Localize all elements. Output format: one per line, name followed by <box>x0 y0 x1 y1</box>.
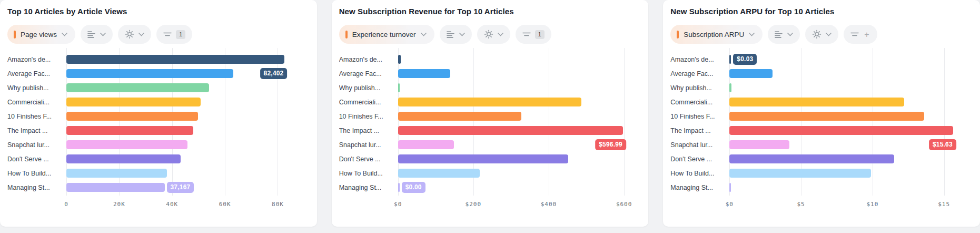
category-axis: Amazon's de...Average Fac...Why publish.… <box>339 52 398 195</box>
axis-tick-label: $15 <box>938 201 950 208</box>
value-callout: 82,402 <box>260 68 288 79</box>
category-label: Amazon's de... <box>339 52 398 66</box>
gear-icon <box>812 30 821 39</box>
legend-lines-icon <box>87 31 96 38</box>
category-label: Commerciali... <box>670 95 729 109</box>
bar[interactable] <box>66 169 167 178</box>
filter-button[interactable]: 1 <box>516 25 551 44</box>
metric-selector-label: Page views <box>21 31 57 38</box>
bar[interactable] <box>398 112 522 121</box>
chart-card-subscription-arpu: New Subscription ARPU for Top 10 Article… <box>663 0 980 227</box>
category-label: Managing St... <box>339 180 398 195</box>
axis-tick-label: 20K <box>113 201 125 208</box>
settings-button[interactable] <box>805 25 838 44</box>
metric-selector[interactable]: Experience turnover <box>339 25 434 44</box>
bar[interactable] <box>66 98 201 106</box>
category-label: 10 Finishes F... <box>670 109 729 123</box>
bar[interactable] <box>66 112 198 121</box>
axis-spacer <box>7 195 66 212</box>
gridline <box>944 48 945 196</box>
category-label: Commerciali... <box>339 95 398 109</box>
bar[interactable] <box>729 55 731 64</box>
bar[interactable] <box>729 112 924 121</box>
value-axis: 020K40K60K80K <box>7 195 310 212</box>
bar[interactable] <box>66 140 187 149</box>
filter-button[interactable]: + <box>844 25 877 44</box>
bar[interactable] <box>398 69 450 78</box>
category-label: Don't Serve ... <box>7 152 66 166</box>
category-label: Don't Serve ... <box>670 152 729 166</box>
bar[interactable] <box>729 69 772 78</box>
gear-icon <box>484 30 493 39</box>
chevron-down-icon <box>749 33 755 36</box>
bar[interactable] <box>66 83 209 92</box>
settings-button[interactable] <box>477 25 510 44</box>
bar[interactable] <box>729 98 904 106</box>
bar[interactable] <box>398 126 623 135</box>
chevron-down-icon <box>100 33 106 36</box>
display-options-button[interactable] <box>768 25 800 44</box>
axis-ticks: $0$5$10$15 <box>729 195 973 212</box>
bar[interactable] <box>729 183 731 192</box>
axis-tick-label: $0 <box>726 201 734 208</box>
category-label: Average Fac... <box>670 66 729 81</box>
filter-icon <box>522 31 531 37</box>
gridline <box>873 48 873 196</box>
bar-chart: Amazon's de...Average Fac...Why publish.… <box>670 52 973 212</box>
bar[interactable] <box>66 55 284 64</box>
bar[interactable] <box>66 69 233 78</box>
bar[interactable] <box>398 55 401 64</box>
axis-tick-label: $10 <box>866 201 878 208</box>
bar[interactable] <box>729 140 789 149</box>
chart-title: New Subscription ARPU for Top 10 Article… <box>670 6 973 17</box>
settings-button[interactable] <box>118 25 151 44</box>
bar[interactable] <box>398 140 454 149</box>
category-label: Average Fac... <box>339 66 398 81</box>
display-options-button[interactable] <box>81 25 113 44</box>
gridline <box>624 48 625 196</box>
metric-selector-label: Subscription ARPU <box>684 31 744 38</box>
bar[interactable] <box>398 169 480 178</box>
category-label: 10 Finishes F... <box>339 109 398 123</box>
value-axis: $0$200$400$600 <box>339 195 641 212</box>
axis-tick-label: $400 <box>541 201 557 208</box>
bar-chart: Amazon's de...Average Fac...Why publish.… <box>339 52 641 212</box>
category-label: Why publish... <box>670 81 729 95</box>
filter-button[interactable]: 1 <box>156 25 192 44</box>
chart-toolbar: Experience turnover 1 <box>339 25 641 44</box>
chevron-down-icon <box>459 33 465 36</box>
chart-card-article-views: Top 10 Articles by Article Views Page vi… <box>0 0 317 227</box>
bar[interactable] <box>66 183 165 192</box>
filter-count-badge: 1 <box>176 30 185 39</box>
filter-icon <box>163 31 172 37</box>
category-label: How To Build... <box>7 166 66 180</box>
value-axis: $0$5$10$15 <box>670 195 973 212</box>
bar[interactable] <box>729 126 953 135</box>
chevron-down-icon <box>421 33 427 36</box>
bar[interactable] <box>398 98 582 106</box>
axis-spacer <box>339 195 398 212</box>
bar[interactable] <box>729 169 871 178</box>
display-options-button[interactable] <box>440 25 472 44</box>
bar[interactable] <box>66 126 193 135</box>
category-label: Amazon's de... <box>670 52 729 66</box>
category-label: Average Fac... <box>7 66 66 81</box>
bar[interactable] <box>729 154 894 163</box>
filter-icon <box>850 31 859 37</box>
bar[interactable] <box>398 183 400 192</box>
bar[interactable] <box>729 83 731 92</box>
metric-selector[interactable]: Subscription ARPU <box>670 25 763 44</box>
metric-selector[interactable]: Page views <box>7 25 75 44</box>
axis-tick-label: $5 <box>797 201 805 208</box>
category-label: Snapchat lur... <box>670 138 729 152</box>
bar[interactable] <box>398 154 569 163</box>
plot-region: $596.99$0.00 <box>398 52 641 195</box>
bar[interactable] <box>398 83 400 92</box>
gear-icon <box>125 30 134 39</box>
bar-chart: Amazon's de...Average Fac...Why publish.… <box>7 52 310 212</box>
axis-tick-label: $600 <box>616 201 632 208</box>
category-label: Don't Serve ... <box>339 152 398 166</box>
category-label: Why publish... <box>339 81 398 95</box>
bar[interactable] <box>66 154 181 163</box>
category-label: How To Build... <box>339 166 398 180</box>
